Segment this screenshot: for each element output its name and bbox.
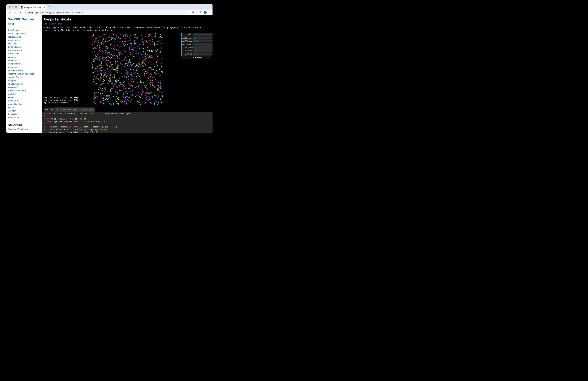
extensions-icon[interactable] bbox=[192, 11, 194, 14]
code-tabs: main.tsupdateSprites.wgslsprite.wgsl bbox=[44, 108, 95, 112]
gui-label: rule3Distance bbox=[182, 43, 193, 45]
sidebar-item-twoCubes[interactable]: twoCubes bbox=[8, 42, 41, 45]
sidebar-item-gameOfLife[interactable]: gameOfLife bbox=[8, 99, 41, 102]
window-controls bbox=[9, 6, 17, 8]
main-panel: Compute Boids See it on Github! A GPU co… bbox=[42, 15, 212, 134]
code-line: 6const init: SampleInit = async ({ canva… bbox=[42, 126, 212, 128]
tabs-menu-icon[interactable] bbox=[208, 5, 211, 8]
sidebar-item-cubemap[interactable]: cubemap bbox=[8, 59, 41, 62]
sidebar-item-renderBundles[interactable]: renderBundles bbox=[8, 102, 41, 106]
sidebar-item-instancedCube[interactable]: instancedCube bbox=[8, 49, 41, 52]
gui-label: deltaT bbox=[182, 34, 193, 36]
sidebar-item-samplerParameters[interactable]: samplerParameters bbox=[8, 75, 41, 79]
sidebar-item-worker[interactable]: worker bbox=[8, 106, 41, 109]
sidebar-item-cornell[interactable]: cornell bbox=[8, 96, 41, 99]
perf-stats: avg compute pass duration: 886µs avg ren… bbox=[44, 96, 80, 104]
url-domain: webgpu.github.io bbox=[28, 11, 43, 14]
gui-row-rule3Scale: rule3Scale bbox=[181, 52, 211, 56]
code-section: main.tsupdateSprites.wgslsprite.wgsl 1im… bbox=[42, 108, 212, 134]
other-page-link[interactable]: Workload Simulator ↗ bbox=[8, 128, 41, 131]
tab-title: Compute Boids - WebGPU S… bbox=[24, 6, 43, 8]
address-bar[interactable]: ⇆ webgpu.github.io/webgpu-samples/sample… bbox=[23, 10, 186, 15]
page-content: WebGPU Samples Github helloTrianglehello… bbox=[6, 15, 212, 134]
gui-value-input[interactable] bbox=[193, 46, 212, 49]
minimize-window-icon[interactable] bbox=[12, 6, 14, 8]
github-link[interactable]: Github bbox=[8, 23, 14, 25]
site-title: WebGPU Samples bbox=[8, 18, 41, 21]
side-panel-icon[interactable] bbox=[199, 11, 202, 14]
gui-value-input[interactable] bbox=[193, 49, 212, 52]
gui-value-input[interactable] bbox=[193, 37, 212, 39]
sidebar-item-particles[interactable]: particles bbox=[8, 92, 41, 96]
code-tab[interactable]: sprite.wgsl bbox=[79, 108, 95, 112]
forward-button[interactable]: → bbox=[13, 11, 17, 14]
sidebar-item-deferredRendering[interactable]: deferredRendering bbox=[8, 89, 41, 92]
page-title: Compute Boids bbox=[44, 17, 211, 21]
gui-value-input[interactable] bbox=[193, 53, 212, 55]
code-tab[interactable]: main.ts bbox=[44, 108, 55, 112]
code-line: 1import { assert, makeSample, SampleInit… bbox=[42, 112, 212, 115]
maximize-window-icon[interactable] bbox=[15, 6, 17, 8]
sidebar-item-texturedCube[interactable]: texturedCube bbox=[8, 45, 41, 49]
gui-label: rule2Distance bbox=[182, 40, 193, 42]
gui-row-rule3Distance: rule3Distance bbox=[181, 43, 211, 46]
code-line: 3import spriteWGSL from './sprite.wgsl'; bbox=[42, 117, 212, 120]
gui-label: rule2Scale bbox=[182, 50, 193, 52]
gui-row-rule2Distance: rule2Distance bbox=[181, 40, 211, 43]
controls-panel: deltaTrule1Distancerule2Distancerule3Dis… bbox=[181, 33, 211, 59]
sidebar-item-videoUploading[interactable]: videoUploading bbox=[8, 69, 41, 72]
gui-row-rule2Scale: rule2Scale bbox=[181, 49, 211, 52]
sidebar-item-normalMap[interactable]: normalMap bbox=[8, 116, 41, 119]
nav-list: helloTrianglehelloTriangleMSAAresizeCanv… bbox=[8, 28, 41, 119]
code-body[interactable]: 1import { assert, makeSample, SampleInit… bbox=[42, 112, 212, 133]
back-button[interactable]: ← bbox=[8, 11, 12, 14]
svg-rect-0 bbox=[199, 11, 201, 13]
sidebar-item-bitonicSort[interactable]: bitonicSort bbox=[8, 112, 41, 116]
gui-row-rule1Distance: rule1Distance bbox=[181, 37, 211, 40]
sidebar-item-videoUploadingWebCodecs[interactable]: videoUploadingWebCodecs bbox=[8, 72, 41, 75]
code-line: 4import updateSpritesWGSL from './update… bbox=[42, 120, 212, 123]
code-line: 2 bbox=[42, 115, 212, 118]
close-window-icon[interactable] bbox=[9, 6, 11, 8]
close-controls-button[interactable]: Close Controls bbox=[181, 56, 211, 59]
sidebar-item-reversedZ[interactable]: reversedZ bbox=[8, 86, 41, 89]
toolbar: ← → ⟳ ⇆ webgpu.github.io/webgpu-samples/… bbox=[6, 10, 212, 15]
code-line: 7 const adapter = await navigator.gpu.re… bbox=[42, 128, 212, 131]
reload-button[interactable]: ⟳ bbox=[18, 11, 22, 14]
page-description: A GPU compute particle simulation that m… bbox=[44, 26, 211, 32]
gui-row-deltaT: deltaT bbox=[181, 33, 211, 37]
sidebar-item-cameras[interactable]: cameras bbox=[8, 55, 41, 59]
other-pages-list: Workload Simulator ↗ bbox=[8, 128, 41, 131]
gui-value-input[interactable] bbox=[193, 43, 212, 45]
simulation-canvas bbox=[91, 33, 163, 105]
other-pages-heading: Other Pages bbox=[8, 123, 41, 126]
sidebar-item-shadowMapping[interactable]: shadowMapping bbox=[8, 82, 41, 86]
code-line: 5 bbox=[42, 123, 212, 126]
code-tab[interactable]: updateSprites.wgsl bbox=[55, 108, 79, 112]
gui-row-rule1Scale: rule1Scale bbox=[181, 46, 211, 49]
sidebar-item-rotatingCube[interactable]: rotatingCube bbox=[8, 39, 41, 42]
see-on-github-link[interactable]: See it on Github! bbox=[44, 23, 63, 25]
menu-icon[interactable]: ⋮ bbox=[209, 11, 211, 14]
sidebar-item-imageBlur[interactable]: imageBlur bbox=[8, 79, 41, 82]
sidebar-item-fractalCube[interactable]: fractalCube bbox=[8, 52, 41, 55]
tab-strip: W Compute Boids - WebGPU S… × + bbox=[6, 4, 212, 10]
sidebar-item-computeBoids[interactable]: computeBoids bbox=[8, 62, 41, 66]
toolbar-right: ☆ ⋮ bbox=[188, 11, 211, 14]
site-info-icon[interactable]: ⇆ bbox=[25, 11, 26, 14]
code-line: 8 assert(adapter, 'requestAdapter return… bbox=[42, 131, 212, 133]
sidebar-item-A-buffer[interactable]: A-buffer bbox=[8, 109, 41, 112]
gui-value-input[interactable] bbox=[193, 33, 212, 36]
profile-avatar[interactable] bbox=[204, 11, 207, 14]
close-tab-icon[interactable]: × bbox=[44, 6, 45, 9]
sidebar-item-helloTriangle[interactable]: helloTriangle bbox=[8, 28, 41, 32]
sidebar-item-animometer[interactable]: animometer bbox=[8, 66, 41, 69]
sidebar-item-helloTriangleMSAA[interactable]: helloTriangleMSAA bbox=[8, 32, 41, 35]
gui-value-input[interactable] bbox=[193, 40, 212, 42]
bookmark-icon[interactable]: ☆ bbox=[188, 11, 189, 14]
sidebar: WebGPU Samples Github helloTrianglehello… bbox=[6, 15, 42, 134]
url-path: /webgpu-samples/samples/computeBoids bbox=[45, 11, 83, 14]
browser-tab[interactable]: W Compute Boids - WebGPU S… × bbox=[20, 5, 47, 10]
new-tab-button[interactable]: + bbox=[48, 5, 51, 9]
sidebar-item-resizeCanvas[interactable]: resizeCanvas bbox=[8, 35, 41, 39]
